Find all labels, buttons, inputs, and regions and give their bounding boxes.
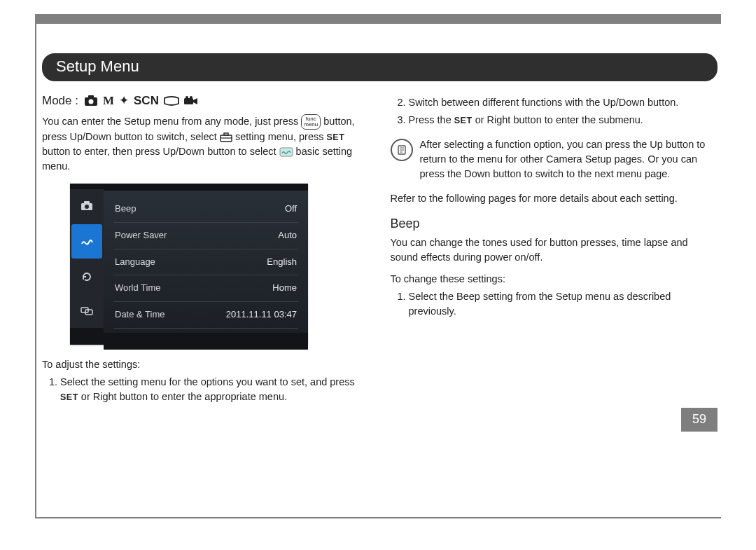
lcd-side-camera-icon xyxy=(70,189,104,224)
intro-d: button to enter, then press Up/Down butt… xyxy=(42,146,279,157)
sparkle-icon: ✦ xyxy=(119,92,129,110)
adjust-steps-cont: Switch between different functions with … xyxy=(391,95,718,128)
set-label-2: SET xyxy=(60,392,78,402)
svg-rect-3 xyxy=(184,98,193,104)
adjust-step-3: Press the SET or Right button to enter t… xyxy=(409,113,718,128)
mode-icons: M ✦ SCN xyxy=(84,92,198,110)
scn-text: SCN xyxy=(134,92,159,110)
panorama-icon xyxy=(164,96,179,106)
svg-point-4 xyxy=(186,96,188,99)
beep-steps: Select the Beep setting from the Setup m… xyxy=(391,289,718,319)
svg-point-12 xyxy=(85,205,89,209)
intro-paragraph: You can enter the Setup menu from any mo… xyxy=(42,114,370,174)
set-label-1: SET xyxy=(326,132,344,142)
note-block: After selecting a function option, you c… xyxy=(391,137,718,181)
section-title: Setup Menu xyxy=(42,53,718,81)
refer-text: Refer to the following pages for more de… xyxy=(391,191,718,206)
toolbox-icon xyxy=(220,132,232,142)
lcd-side-refresh-icon xyxy=(70,260,104,294)
note-icon xyxy=(391,139,413,161)
lcd-row-beep: BeepOff xyxy=(113,196,298,223)
beep-body: You can change the tones used for button… xyxy=(391,235,718,265)
mode-row: Mode : M ✦ SCN xyxy=(42,92,370,110)
adjust-steps: Select the setting menu for the options … xyxy=(42,375,370,404)
note-text: After selecting a function option, you c… xyxy=(420,137,718,181)
beep-step-1: Select the Beep setting from the Setup m… xyxy=(409,289,718,319)
lcd-row-datetime: Date & Time2011.11.11 03:47 xyxy=(113,302,298,329)
lcd-row-worldtime: World TimeHome xyxy=(113,275,298,302)
svg-rect-11 xyxy=(84,201,90,204)
mode-label-text: Mode : xyxy=(42,92,78,110)
lcd-menu: BeepOff Power SaverAuto LanguageEnglish … xyxy=(104,184,308,345)
intro-a: You can enter the Setup menu from any mo… xyxy=(42,116,301,127)
lcd-side-setup-icon xyxy=(71,224,102,259)
set-label-3: SET xyxy=(454,116,472,125)
func-menu-button-icon: funcmenu xyxy=(301,114,321,130)
camera-icon xyxy=(84,95,98,106)
left-column: Mode : M ✦ SCN You can e xyxy=(42,92,370,407)
lcd-sidebar xyxy=(70,184,104,345)
lcd-row-powersaver: Power SaverAuto xyxy=(113,223,298,249)
svg-point-2 xyxy=(88,99,93,104)
basic-setting-icon xyxy=(279,147,293,157)
page-number: 59 xyxy=(681,408,718,432)
adjust-heading: To adjust the settings: xyxy=(42,357,370,372)
lcd-row-language: LanguageEnglish xyxy=(113,249,298,276)
intro-c: setting menu, press xyxy=(235,131,327,142)
svg-point-5 xyxy=(190,96,192,99)
manual-m-icon: M xyxy=(103,92,114,110)
camera-lcd: BeepOff Power SaverAuto LanguageEnglish … xyxy=(70,184,308,345)
movie-icon xyxy=(184,96,198,106)
beep-heading: Beep xyxy=(391,214,718,233)
adjust-step-1: Select the setting menu for the options … xyxy=(60,375,370,404)
lcd-side-link-icon xyxy=(70,294,104,328)
svg-rect-7 xyxy=(224,133,228,135)
adjust-step-2: Switch between different functions with … xyxy=(409,95,718,110)
svg-rect-1 xyxy=(88,95,94,98)
beep-change-heading: To change these settings: xyxy=(391,272,718,287)
right-column: Switch between different functions with … xyxy=(391,92,718,407)
